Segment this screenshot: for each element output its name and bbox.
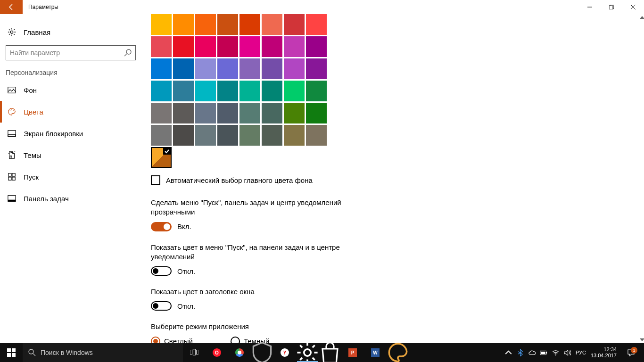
color-swatch[interactable]	[195, 81, 216, 101]
color-swatch[interactable]	[239, 81, 260, 101]
volume-icon[interactable]	[564, 349, 571, 356]
transparency-toggle[interactable]	[151, 222, 172, 231]
sidebar-item-start[interactable]: Пуск	[0, 166, 141, 188]
taskbar-app-yandex[interactable]: Y	[273, 343, 296, 362]
close-button[interactable]	[622, 0, 644, 14]
search-input[interactable]: Найти параметр	[6, 45, 136, 60]
color-swatch[interactable]	[284, 125, 305, 146]
toggle-state: Вкл.	[177, 222, 191, 230]
color-swatch[interactable]	[173, 36, 194, 57]
color-swatch[interactable]	[173, 14, 194, 35]
sidebar-home[interactable]: Главная	[0, 22, 141, 42]
sidebar-item-themes[interactable]: Темы	[0, 144, 141, 166]
action-center-button[interactable]: 1	[621, 349, 640, 356]
svg-rect-14	[8, 200, 16, 202]
color-swatch[interactable]	[306, 58, 327, 79]
color-swatch[interactable]	[151, 125, 172, 146]
svg-rect-11	[8, 177, 11, 180]
sidebar-item-taskbar[interactable]: Панель задач	[0, 188, 141, 209]
taskbar-app-wot[interactable]	[251, 343, 273, 362]
auto-color-checkbox[interactable]	[151, 175, 160, 185]
scroll-up-icon[interactable]	[639, 14, 644, 21]
transparency-label: Сделать меню "Пуск", панель задач и цент…	[151, 198, 349, 217]
taskbar-app-settings[interactable]	[296, 343, 319, 362]
color-swatch[interactable]	[239, 58, 260, 79]
color-swatch[interactable]	[284, 58, 305, 79]
maximize-button[interactable]	[601, 0, 622, 14]
tray-language[interactable]: РУС	[576, 350, 586, 355]
color-swatch[interactable]	[284, 103, 305, 123]
color-swatch[interactable]	[262, 125, 282, 146]
svg-rect-18	[12, 353, 16, 357]
svg-point-4	[10, 110, 11, 111]
color-swatch[interactable]	[151, 36, 172, 57]
color-swatch[interactable]	[262, 81, 282, 101]
color-swatch[interactable]	[195, 125, 216, 146]
color-swatch[interactable]	[173, 125, 194, 146]
bluetooth-icon[interactable]	[517, 349, 524, 356]
color-swatch[interactable]	[306, 103, 327, 123]
taskbar-app-word[interactable]: W	[364, 343, 387, 362]
onedrive-icon[interactable]	[528, 349, 536, 356]
svg-point-6	[13, 110, 14, 111]
color-swatch[interactable]	[173, 58, 194, 79]
tray-clock[interactable]: 12:34 13.04.2017	[591, 346, 617, 358]
color-swatch[interactable]	[173, 81, 194, 101]
color-swatch[interactable]	[306, 81, 327, 101]
color-swatch[interactable]	[195, 36, 216, 57]
color-swatch[interactable]	[217, 81, 238, 101]
color-swatch[interactable]	[239, 125, 260, 146]
color-swatch[interactable]	[195, 58, 216, 79]
taskbar-app-chrome[interactable]	[228, 343, 251, 362]
color-swatch[interactable]	[151, 103, 172, 123]
color-swatch[interactable]	[217, 125, 238, 146]
color-swatch[interactable]	[239, 14, 260, 35]
color-swatch[interactable]	[239, 36, 260, 57]
color-swatch[interactable]	[217, 103, 238, 123]
sidebar-item-background[interactable]: Фон	[0, 79, 141, 101]
titlebar-color-toggle[interactable]	[151, 301, 172, 311]
task-view-button[interactable]	[183, 343, 206, 362]
palette-icon	[8, 107, 16, 116]
app-mode-light[interactable]: Светлый	[151, 337, 193, 344]
back-button[interactable]	[0, 0, 23, 14]
color-swatch[interactable]	[262, 103, 282, 123]
sidebar-item-lockscreen[interactable]: Экран блокировки	[0, 123, 141, 144]
color-swatch[interactable]	[284, 81, 305, 101]
color-swatch[interactable]	[217, 58, 238, 79]
color-swatch[interactable]	[151, 81, 172, 101]
titlebar: Параметры	[0, 0, 644, 14]
color-swatch[interactable]	[262, 58, 282, 79]
color-swatch[interactable]	[262, 14, 282, 35]
taskbar-app-store[interactable]	[319, 343, 341, 362]
color-swatch[interactable]	[217, 36, 238, 57]
color-swatch[interactable]	[217, 14, 238, 35]
color-swatch[interactable]	[195, 14, 216, 35]
color-swatch[interactable]	[151, 58, 172, 79]
svg-point-23	[304, 349, 311, 356]
custom-color-swatch[interactable]	[151, 147, 172, 168]
taskbar-app-powerpoint[interactable]: P	[341, 343, 364, 362]
tray-expand-icon[interactable]	[505, 349, 512, 356]
sidebar-item-label: Цвета	[24, 108, 43, 116]
color-swatch[interactable]	[284, 14, 305, 35]
color-swatch[interactable]	[195, 103, 216, 123]
wifi-icon[interactable]	[552, 349, 559, 356]
color-swatch[interactable]	[306, 125, 327, 146]
start-button[interactable]	[0, 343, 23, 362]
color-swatch[interactable]	[151, 14, 172, 35]
minimize-button[interactable]	[579, 0, 601, 14]
taskbar-search[interactable]: Поиск в Windows	[23, 343, 183, 362]
color-swatch[interactable]	[239, 103, 260, 123]
battery-icon[interactable]	[540, 349, 547, 356]
show-color-toggle[interactable]	[151, 266, 172, 276]
scroll-down-icon[interactable]	[639, 337, 644, 343]
color-swatch[interactable]	[284, 36, 305, 57]
color-swatch[interactable]	[173, 103, 194, 123]
color-swatch[interactable]	[306, 36, 327, 57]
taskbar-app-opera[interactable]: O	[206, 343, 228, 362]
sidebar-item-colors[interactable]: Цвета	[0, 101, 141, 123]
color-swatch[interactable]	[306, 14, 327, 35]
taskbar-app-paint[interactable]	[387, 343, 409, 362]
color-swatch[interactable]	[262, 36, 282, 57]
